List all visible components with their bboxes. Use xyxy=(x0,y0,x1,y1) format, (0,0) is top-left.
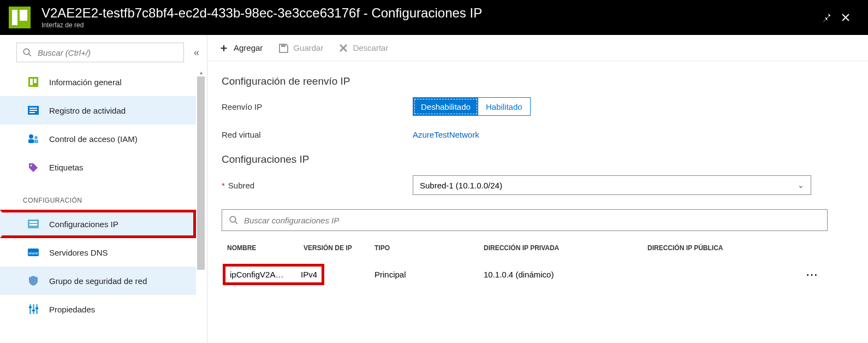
chevron-down-icon: ⌄ xyxy=(798,181,804,190)
discard-button[interactable]: Descartar xyxy=(338,43,388,53)
cell-name: ipConfigV2A… xyxy=(230,270,290,279)
col-priv[interactable]: DIRECCIÓN IP PRIVADA xyxy=(484,244,647,252)
sidebar-item-nsg[interactable]: Grupo de seguridad de red xyxy=(0,267,196,295)
command-bar: ＋ Agregar Guardar Descartar xyxy=(207,35,868,61)
blade-header: V2AE2E2-testfb7c8bf4-ec2d-433b-98ec-3e3c… xyxy=(0,0,868,35)
sidebar-item-ip-configurations[interactable]: Configuraciones IP xyxy=(0,210,196,238)
svg-point-26 xyxy=(230,216,236,222)
collapse-sidebar-button[interactable]: « xyxy=(192,45,201,61)
dns-icon: www xyxy=(27,246,39,258)
svg-rect-23 xyxy=(32,310,35,311)
ip-configs-heading: Configuraciones IP xyxy=(222,153,854,165)
search-icon xyxy=(22,48,32,57)
sidebar: « Información general Registro de activi… xyxy=(0,35,207,343)
ip-forwarding-label: Reenvío IP xyxy=(222,102,413,111)
discard-icon xyxy=(338,43,348,53)
button-label: Guardar xyxy=(293,43,323,52)
add-button[interactable]: ＋ Agregar xyxy=(218,40,263,55)
sidebar-item-label: Configuraciones IP xyxy=(49,220,118,229)
col-pub[interactable]: DIRECCIÓN IP PÚBLICA xyxy=(647,244,789,252)
blade-title: V2AE2E2-testfb7c8bf4-ec2d-433b-98ec-3e3c… xyxy=(41,6,821,20)
svg-rect-6 xyxy=(29,108,37,109)
svg-rect-16 xyxy=(29,224,37,226)
virtual-network-label: Red virtual xyxy=(222,130,413,139)
sidebar-item-label: Registro de actividad xyxy=(49,106,126,115)
svg-rect-25 xyxy=(281,44,286,47)
table-header: NOMBRE VERSIÓN DE IP TIPO DIRECCIÓN IP P… xyxy=(222,239,828,257)
save-icon xyxy=(278,43,289,54)
svg-line-1 xyxy=(28,54,31,56)
svg-rect-8 xyxy=(29,112,35,113)
toggle-disabled[interactable]: Deshabilitado xyxy=(413,98,478,115)
sidebar-item-overview[interactable]: Información general xyxy=(0,68,196,96)
save-button[interactable]: Guardar xyxy=(278,43,323,54)
ip-forwarding-heading: Configuración de reenvío IP xyxy=(222,75,854,87)
sidebar-scrollbar[interactable]: ▴ xyxy=(197,68,205,343)
nic-icon xyxy=(9,7,31,28)
button-label: Agregar xyxy=(234,43,263,52)
svg-rect-19 xyxy=(29,304,31,314)
table-row[interactable]: ipConfigV2A… IPv4 Principal 10.1.0.4 (di… xyxy=(222,257,828,292)
sidebar-item-iam[interactable]: Control de acceso (IAM) xyxy=(0,125,196,153)
tag-icon xyxy=(27,161,39,173)
sidebar-item-properties[interactable]: Propiedades xyxy=(0,295,196,323)
close-icon xyxy=(841,13,851,22)
row-more-button[interactable]: ⋯ xyxy=(789,268,822,282)
col-type[interactable]: TIPO xyxy=(374,244,484,252)
svg-rect-15 xyxy=(29,221,37,223)
close-button[interactable] xyxy=(841,13,860,22)
svg-rect-22 xyxy=(29,306,32,308)
svg-point-13 xyxy=(31,165,32,167)
pin-button[interactable] xyxy=(821,12,841,23)
search-icon xyxy=(229,215,239,225)
cell-priv: 10.1.0.4 (dinámico) xyxy=(484,270,647,279)
shield-icon xyxy=(27,275,39,287)
sidebar-search-input[interactable] xyxy=(38,48,178,57)
virtual-network-link[interactable]: AzureTestNetwork xyxy=(413,130,479,139)
svg-text:www: www xyxy=(28,251,38,256)
col-ver[interactable]: VERSIÓN DE IP xyxy=(304,244,374,252)
scroll-up-icon[interactable]: ▴ xyxy=(197,68,205,76)
svg-rect-4 xyxy=(34,79,37,83)
main-pane: ＋ Agregar Guardar Descartar Configuració… xyxy=(207,35,868,343)
sidebar-item-label: Propiedades xyxy=(49,305,95,314)
button-label: Descartar xyxy=(353,43,388,52)
subnet-label: *Subred xyxy=(222,181,413,190)
svg-point-0 xyxy=(23,49,29,55)
svg-rect-7 xyxy=(29,110,37,111)
plus-icon: ＋ xyxy=(218,40,229,55)
toggle-enabled[interactable]: Habilitado xyxy=(478,98,530,115)
header-titles: V2AE2E2-testfb7c8bf4-ec2d-433b-98ec-3e3c… xyxy=(41,6,821,29)
svg-rect-3 xyxy=(30,79,33,85)
ip-config-filter[interactable] xyxy=(222,209,828,231)
activity-log-icon xyxy=(27,104,39,116)
overview-icon xyxy=(27,76,39,88)
sidebar-item-dns-servers[interactable]: www Servidores DNS xyxy=(0,238,196,267)
svg-rect-24 xyxy=(35,307,38,309)
sidebar-item-label: Control de acceso (IAM) xyxy=(49,134,138,144)
sidebar-nav: Información general Registro de activida… xyxy=(0,68,196,343)
sidebar-item-activity-log[interactable]: Registro de actividad xyxy=(0,96,196,125)
properties-icon xyxy=(27,303,39,315)
subnet-label-text: Subred xyxy=(228,181,254,190)
sidebar-search[interactable] xyxy=(16,43,184,62)
ip-forwarding-toggle[interactable]: Deshabilitado Habilitado xyxy=(413,97,531,116)
sidebar-item-label: Etiquetas xyxy=(49,163,84,172)
svg-line-27 xyxy=(235,221,237,224)
scrollbar-thumb[interactable] xyxy=(197,76,205,270)
pin-icon xyxy=(821,12,832,23)
svg-rect-10 xyxy=(28,139,34,143)
subnet-select-value: Subred-1 (10.1.0.0/24) xyxy=(420,181,502,190)
subnet-select[interactable]: Subred-1 (10.1.0.0/24) ⌄ xyxy=(413,175,811,195)
ip-config-table: NOMBRE VERSIÓN DE IP TIPO DIRECCIÓN IP P… xyxy=(222,239,828,292)
iam-icon xyxy=(27,133,39,145)
ip-config-filter-input[interactable] xyxy=(244,216,821,225)
svg-point-9 xyxy=(29,134,33,139)
svg-rect-12 xyxy=(34,140,38,143)
svg-rect-20 xyxy=(33,304,34,314)
cell-type: Principal xyxy=(374,270,484,279)
sidebar-item-tags[interactable]: Etiquetas xyxy=(0,153,196,181)
col-name[interactable]: NOMBRE xyxy=(227,244,304,252)
svg-rect-2 xyxy=(28,77,38,87)
cell-ver: IPv4 xyxy=(301,270,317,279)
